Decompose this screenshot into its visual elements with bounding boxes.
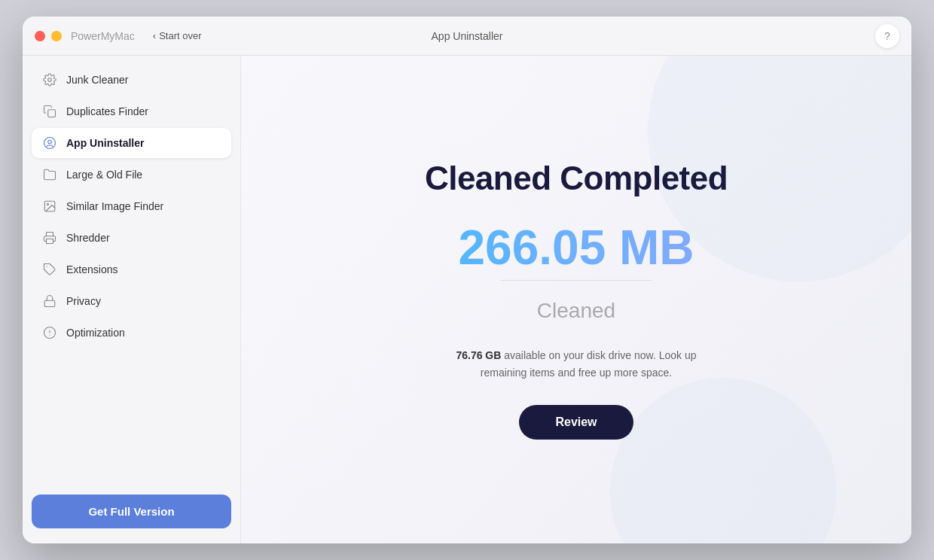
gear-icon [42,72,57,87]
description: 76.76 GB available on your disk drive no… [441,347,712,381]
cleaned-label: Cleaned [425,299,728,323]
close-button[interactable] [35,31,45,41]
svg-point-0 [48,78,52,82]
sidebar-item-extensions[interactable]: Extensions [32,254,231,285]
sidebar-items: Junk Cleaner Duplicates Finder App Unins… [32,65,231,485]
sidebar-item-junk-cleaner[interactable]: Junk Cleaner [32,65,231,95]
sidebar-item-junk-cleaner-label: Junk Cleaner [66,74,129,86]
minimize-button[interactable] [51,31,62,41]
get-full-version-button[interactable]: Get Full Version [32,495,231,528]
start-over-button[interactable]: ‹ Start over [153,30,202,41]
sidebar-item-shredder[interactable]: Shredder [32,223,231,253]
puzzle-icon [42,262,57,277]
printer-icon [42,230,57,245]
folder-icon [42,167,57,182]
sidebar-item-duplicates-finder-label: Duplicates Finder [66,105,148,117]
help-button[interactable]: ? [875,24,899,48]
window-title: App Uninstaller [432,30,503,42]
sidebar-item-extensions-label: Extensions [66,263,118,275]
cleaned-title: Cleaned Completed [425,160,728,197]
sidebar-item-app-uninstaller[interactable]: App Uninstaller [32,128,231,158]
svg-point-2 [44,138,56,149]
content-inner: Cleaned Completed 266.05 MB Cleaned 76.7… [425,160,728,440]
review-button[interactable]: Review [519,405,633,440]
sidebar-item-large-old-file-label: Large & Old File [66,169,142,181]
sidebar-item-large-old-file[interactable]: Large & Old File [32,160,231,190]
lock-icon [42,294,57,309]
sidebar-item-duplicates-finder[interactable]: Duplicates Finder [32,96,231,126]
photo-icon [42,199,57,214]
chevron-left-icon: ‹ [153,30,156,41]
svg-rect-8 [44,300,55,306]
sidebar-item-privacy[interactable]: Privacy [32,286,231,316]
app-name: PowerMyMac [71,30,135,42]
app-window: PowerMyMac ‹ Start over App Uninstaller … [23,17,911,543]
titlebar: PowerMyMac ‹ Start over App Uninstaller … [23,17,911,56]
divider [501,280,652,281]
size-display: 266.05 MB [425,221,728,274]
sidebar-item-similar-image-finder[interactable]: Similar Image Finder [32,191,231,221]
content-area: Cleaned Completed 266.05 MB Cleaned 76.7… [241,56,911,543]
traffic-lights [35,31,62,41]
sidebar-item-app-uninstaller-label: App Uninstaller [66,137,144,149]
optimization-icon [42,325,57,340]
copy-icon [42,104,57,119]
main-content: Junk Cleaner Duplicates Finder App Unins… [23,56,911,543]
person-circle-icon [42,135,57,151]
svg-rect-6 [47,239,53,244]
description-rest: available on your disk drive now. Look u… [481,349,697,378]
sidebar-item-optimization[interactable]: Optimization [32,318,231,348]
sidebar-item-optimization-label: Optimization [66,327,125,339]
sidebar-footer: Get Full Version [32,485,231,534]
sidebar-item-privacy-label: Privacy [66,295,101,307]
sidebar-item-similar-image-finder-label: Similar Image Finder [66,200,163,212]
svg-rect-1 [48,110,56,117]
svg-point-3 [48,140,52,144]
sidebar: Junk Cleaner Duplicates Finder App Unins… [23,56,241,543]
sidebar-item-shredder-label: Shredder [66,232,110,244]
svg-point-5 [47,203,48,205]
description-bold: 76.76 GB [456,349,501,361]
